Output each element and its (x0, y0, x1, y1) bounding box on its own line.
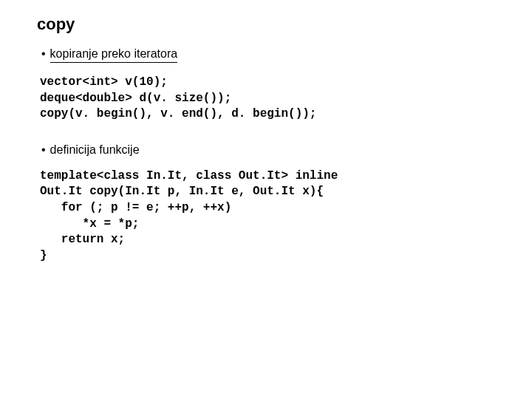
bullet-icon: • (41, 143, 46, 157)
code-block-2: template<class In.It, class Out.It> inli… (40, 168, 502, 265)
page-title: copy (37, 15, 502, 34)
bullet-text-2: definicija funkcije (50, 143, 140, 156)
bullet-icon: • (41, 47, 46, 61)
bullet-item-2: •definicija funkcije (41, 143, 502, 157)
code-block-1: vector<int> v(10); deque<double> d(v. si… (40, 75, 502, 123)
slide: copy •kopiranje preko iteratora vector<i… (0, 0, 532, 299)
bullet-text-1: kopiranje preko iteratora (50, 47, 178, 63)
bullet-item-1: •kopiranje preko iteratora (41, 47, 502, 63)
